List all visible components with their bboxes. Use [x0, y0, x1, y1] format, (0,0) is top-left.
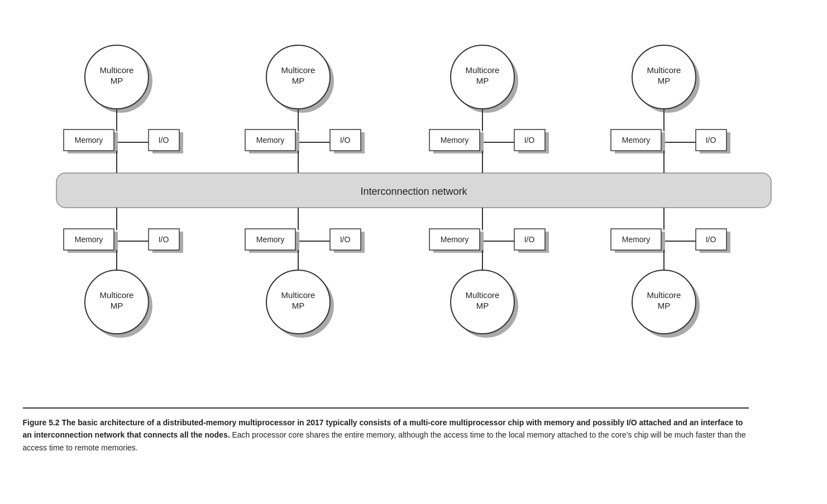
io-label-4: I/O [705, 136, 716, 145]
network-label: Interconnection network [360, 186, 467, 197]
io-label-6: I/O [340, 235, 350, 244]
circle-label-1b: MP [110, 76, 123, 85]
mem-label-8: Memory [622, 235, 650, 244]
mem-label-7: Memory [440, 235, 469, 244]
circle-label-5b: MP [110, 301, 123, 310]
circle-label-8b: MP [657, 301, 670, 310]
io-label-7: I/O [524, 235, 534, 244]
circle-label-6a: Multicore [281, 290, 315, 300]
circle-label-4b: MP [657, 76, 670, 85]
caption-text: Figure 5.2 The basic architecture of a d… [23, 416, 749, 454]
circle-label-7a: Multicore [465, 290, 499, 300]
circle-label-7b: MP [476, 301, 489, 310]
io-label-2: I/O [340, 136, 350, 145]
mem-label-5: Memory [74, 235, 103, 244]
circle-label-2b: MP [291, 76, 304, 85]
figure-caption: Figure 5.2 The basic architecture of a d… [23, 407, 749, 454]
mem-label-1: Memory [74, 136, 103, 145]
mem-label-6: Memory [256, 235, 284, 244]
circle-label-6b: MP [291, 301, 304, 310]
io-label-3: I/O [524, 136, 534, 145]
io-label-8: I/O [705, 235, 716, 244]
mem-label-3: Memory [440, 136, 469, 145]
mem-label-4: Memory [622, 136, 650, 145]
circle-label-3b: MP [476, 76, 489, 85]
io-label-5: I/O [158, 235, 169, 244]
circle-label-1a: Multicore [99, 65, 133, 75]
circle-label-2a: Multicore [281, 65, 315, 75]
architecture-diagram: Interconnection network Multicore MP Mem… [28, 22, 799, 391]
circle-label-4a: Multicore [647, 65, 681, 75]
io-label-1: I/O [158, 136, 169, 145]
main-diagram: Interconnection network Multicore MP Mem… [23, 11, 805, 471]
circle-label-8a: Multicore [647, 290, 681, 300]
mem-label-2: Memory [256, 136, 284, 145]
circle-label-3a: Multicore [465, 65, 499, 75]
circle-label-5a: Multicore [99, 290, 133, 300]
